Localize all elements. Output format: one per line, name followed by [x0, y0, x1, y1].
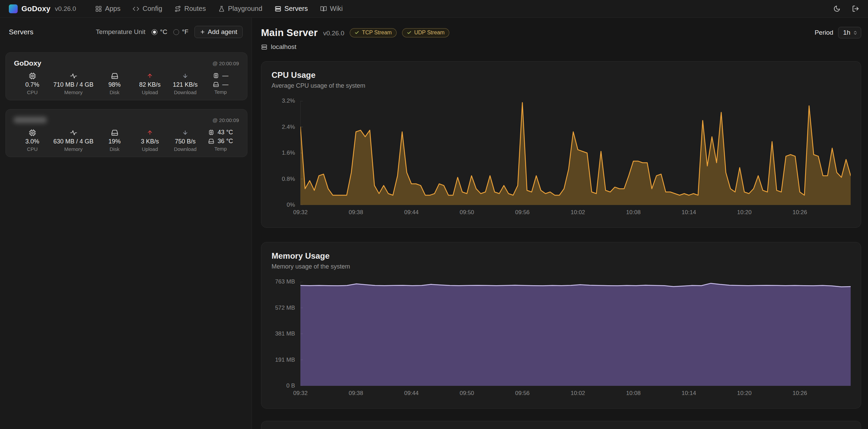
godoxy-logo-icon [9, 4, 18, 13]
grid-icon [95, 5, 102, 12]
y-axis-tick-label: 3.2% [282, 98, 295, 104]
x-axis-tick-label: 09:44 [404, 209, 419, 216]
nav-item-label: Playground [228, 5, 262, 13]
next-panel-partial [261, 421, 861, 429]
top-nav: GoDoxy v0.26.0 Apps Config Routes Playgr… [0, 0, 868, 18]
chevrons-up-down-icon [853, 30, 858, 35]
nav-item-routes[interactable]: Routes [174, 5, 206, 13]
x-axis-tick-label: 09:32 [293, 209, 308, 216]
tcp-stream-badge: TCP Stream [350, 28, 397, 37]
x-axis-tick-label: 09:44 [404, 390, 419, 397]
brand[interactable]: GoDoxy v0.26.0 [9, 4, 76, 13]
cpu-usage-chart-plot[interactable] [300, 101, 851, 205]
nav-items: Apps Config Routes Playground Servers Wi… [95, 5, 343, 13]
x-axis-tick-label: 09:50 [460, 390, 474, 397]
servers-sidebar: Servers Temperature Unit °C °F Add agent [0, 18, 252, 429]
x-axis-tick-label: 10:08 [626, 209, 641, 216]
temperature-unit-label: Temperature Unit [96, 28, 145, 36]
stat-download: 121 KB/s Download [171, 72, 199, 95]
radio-celsius-circle [152, 29, 157, 35]
server-name-redacted [14, 117, 47, 123]
y-axis-tick-label: 572 MB [275, 305, 295, 311]
x-axis-tick-label: 10:26 [793, 209, 807, 216]
x-axis-tick-label: 09:56 [515, 390, 530, 397]
y-axis-tick-label: 763 MB [275, 278, 295, 285]
route-icon [174, 5, 181, 12]
flask-icon [218, 5, 225, 12]
brand-name: GoDoxy [21, 4, 51, 13]
x-axis-tick-label: 09:50 [460, 209, 474, 216]
check-icon [407, 30, 412, 35]
stat-disk: 98% Disk [100, 72, 129, 95]
nav-item-label: Wiki [330, 5, 343, 13]
add-agent-button[interactable]: Add agent [194, 26, 243, 38]
stat-cpu: 3.0% CPU [18, 128, 47, 152]
x-axis-tick-label: 09:38 [349, 390, 363, 397]
nav-item-playground[interactable]: Playground [218, 5, 262, 13]
radio-celsius[interactable]: °C [152, 28, 167, 36]
y-axis-tick-label: 0% [287, 202, 295, 208]
nav-item-apps[interactable]: Apps [95, 5, 121, 13]
brand-version: v0.26.0 [55, 5, 76, 13]
host-name: localhost [271, 43, 296, 51]
plus-icon [200, 29, 205, 35]
cpu-icon [29, 72, 36, 80]
stat-temp: 43 °C 36 °C Temp [206, 128, 235, 152]
radio-fahrenheit[interactable]: °F [173, 28, 188, 36]
stat-upload: 3 KB/s Upload [136, 128, 164, 152]
memory-usage-title: Memory Usage [272, 251, 851, 261]
page-version: v0.26.0 [323, 30, 344, 37]
nav-item-label: Config [142, 5, 162, 13]
cpu-chart-x-axis: 09:3209:3809:4409:5009:5610:0210:0810:14… [300, 205, 851, 218]
x-axis-tick-label: 09:56 [515, 209, 530, 216]
radio-fahrenheit-circle [173, 29, 179, 35]
server-card-agent[interactable]: @ 20:00:09 3.0% CPU 630 MB / 4 GB Memory [5, 109, 247, 157]
memory-activity-icon [70, 72, 77, 80]
x-axis-tick-label: 09:32 [293, 390, 308, 397]
server-card-godoxy[interactable]: GoDoxy @ 20:00:09 0.7% CPU 710 MB / 4 GB [5, 52, 247, 100]
cpu-icon [29, 128, 36, 137]
disk-temp-icon [213, 81, 219, 88]
dark-mode-toggle-icon[interactable] [833, 5, 840, 12]
download-arrow-icon [182, 72, 188, 80]
book-icon [320, 5, 327, 12]
memory-usage-subtitle: Memory usage of the system [272, 263, 851, 270]
host-server-icon [261, 44, 267, 50]
x-axis-tick-label: 10:26 [793, 390, 807, 397]
upload-arrow-icon [147, 128, 153, 137]
nav-item-wiki[interactable]: Wiki [320, 5, 343, 13]
memory-activity-icon [70, 128, 77, 137]
stat-download: 750 B/s Download [171, 128, 199, 152]
logout-icon[interactable] [852, 5, 859, 12]
y-axis-tick-label: 2.4% [282, 124, 295, 131]
y-axis-tick-label: 1.6% [282, 150, 295, 156]
x-axis-tick-label: 10:20 [737, 209, 752, 216]
disk-temp-icon [208, 138, 214, 144]
nav-item-label: Routes [184, 5, 206, 13]
y-axis-tick-label: 0 B [286, 382, 295, 389]
nav-item-servers[interactable]: Servers [275, 5, 308, 13]
server-timestamp: @ 20:00:09 [212, 61, 239, 66]
memory-usage-chart-plot[interactable] [300, 282, 851, 386]
period-value: 1h [843, 29, 850, 36]
cpu-temp-icon [208, 129, 214, 136]
period-label: Period [815, 29, 833, 36]
upload-arrow-icon [147, 72, 153, 80]
cpu-chart-y-axis: 3.2%2.4%1.6%0.8%0% [272, 101, 300, 205]
radio-fahrenheit-label: °F [182, 28, 188, 36]
stat-cpu: 0.7% CPU [18, 72, 47, 95]
server-timestamp: @ 20:00:09 [212, 117, 239, 123]
x-axis-tick-label: 10:20 [737, 390, 752, 397]
period-select[interactable]: 1h [838, 27, 861, 38]
disk-icon [111, 128, 119, 137]
nav-item-label: Servers [284, 5, 308, 13]
x-axis-tick-label: 10:02 [571, 390, 585, 397]
x-axis-tick-label: 10:14 [682, 209, 696, 216]
main-content: Main Server v0.26.0 TCP Stream UDP Strea… [252, 18, 868, 429]
nav-item-config[interactable]: Config [133, 5, 162, 13]
cpu-usage-subtitle: Average CPU usage of the system [272, 82, 851, 89]
stat-memory: 710 MB / 4 GB Memory [53, 72, 93, 95]
sidebar-title: Servers [9, 28, 33, 36]
code-icon [133, 5, 139, 12]
stat-temp: — — Temp [206, 72, 235, 95]
